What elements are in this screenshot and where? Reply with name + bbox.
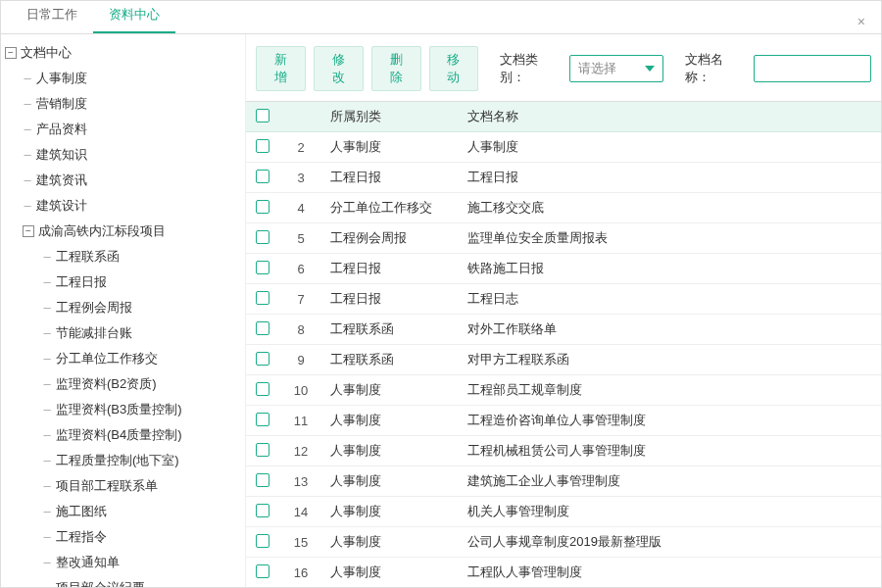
tab-data-center[interactable]: 资料中心 xyxy=(93,0,175,33)
select-all-checkbox[interactable] xyxy=(256,109,270,122)
header-name[interactable]: 文档名称 xyxy=(460,102,881,132)
table-row[interactable]: 13人事制度建筑施工企业人事管理制度 xyxy=(246,466,881,497)
tree-node-label: 监理资料(B2资质) xyxy=(56,371,157,397)
row-checkbox[interactable] xyxy=(256,139,270,153)
row-category: 工程日报 xyxy=(322,284,460,315)
close-tab-icon[interactable]: × xyxy=(852,10,871,33)
table-row[interactable]: 11人事制度工程造价咨询单位人事管理制度 xyxy=(246,406,881,436)
leaf-dash-icon: – xyxy=(23,142,32,168)
row-doc-name: 工程日志 xyxy=(460,284,881,315)
row-checkbox[interactable] xyxy=(256,261,270,274)
tree-node[interactable]: –工程例会周报 xyxy=(42,295,245,320)
row-doc-name: 施工移交交底 xyxy=(460,193,881,223)
header-category[interactable]: 所属别类 xyxy=(322,102,460,132)
tree-node[interactable]: –监理资料(B2资质) xyxy=(42,371,245,397)
add-button[interactable]: 新增 xyxy=(256,46,306,91)
row-index: 5 xyxy=(279,223,322,254)
table-row[interactable]: 12人事制度工程机械租赁公司人事管理制度 xyxy=(246,436,881,466)
edit-button[interactable]: 修改 xyxy=(314,46,364,91)
tree-node[interactable]: –工程日报 xyxy=(42,270,245,295)
row-doc-name: 建筑施工企业人事管理制度 xyxy=(460,466,881,497)
tree-node-label: 工程质量控制(地下室) xyxy=(56,448,179,473)
doc-name-label: 文档名称： xyxy=(685,51,746,86)
table-row[interactable]: 3工程日报工程日报 xyxy=(246,163,881,193)
tree-node[interactable]: –工程质量控制(地下室) xyxy=(42,448,245,473)
row-index: 9 xyxy=(279,345,322,375)
delete-button[interactable]: 删除 xyxy=(371,46,421,91)
row-index: 7 xyxy=(279,284,322,315)
row-doc-name: 对甲方工程联系函 xyxy=(460,345,881,375)
table-row[interactable]: 2人事制度人事制度 xyxy=(246,132,881,163)
header-checkbox-cell xyxy=(246,102,279,132)
tree-node[interactable]: –监理资料(B4质量控制) xyxy=(42,422,245,448)
row-checkbox[interactable] xyxy=(256,230,270,244)
row-checkbox[interactable] xyxy=(256,534,270,548)
sidebar-tree: − 文档中心 –人事制度–营销制度–产品资料–建筑知识–建筑资讯–建筑设计−成渝… xyxy=(1,34,246,587)
table-row[interactable]: 5工程例会周报监理单位安全质量周报表 xyxy=(246,223,881,254)
collapse-icon[interactable]: − xyxy=(5,47,17,59)
tree-node-label: 节能减排台账 xyxy=(56,320,132,346)
tree-node[interactable]: –产品资料 xyxy=(23,117,245,142)
row-doc-name: 对外工作联络单 xyxy=(460,315,881,345)
row-checkbox[interactable] xyxy=(256,564,270,578)
row-checkbox[interactable] xyxy=(256,443,270,457)
leaf-dash-icon: – xyxy=(23,66,32,91)
table-row[interactable]: 15人事制度公司人事规章制度2019最新整理版 xyxy=(246,527,881,558)
collapse-icon[interactable]: − xyxy=(23,225,34,237)
table-row[interactable]: 7工程日报工程日志 xyxy=(246,284,881,315)
tree-node[interactable]: –建筑知识 xyxy=(23,142,245,168)
leaf-dash-icon: – xyxy=(42,270,52,295)
leaf-dash-icon: – xyxy=(42,524,52,550)
tree-node[interactable]: −成渝高铁内江标段项目 xyxy=(23,219,245,244)
row-checkbox[interactable] xyxy=(256,170,270,183)
leaf-dash-icon: – xyxy=(23,168,32,193)
row-doc-name: 人事制度 xyxy=(460,132,881,163)
table-container: 所属别类 文档名称 2人事制度人事制度3工程日报工程日报4分工单位工作移交施工移… xyxy=(246,101,881,587)
row-doc-name: 监理单位安全质量周报表 xyxy=(460,223,881,254)
row-index: 14 xyxy=(279,497,322,527)
table-row[interactable]: 6工程日报铁路施工日报 xyxy=(246,254,881,284)
row-checkbox[interactable] xyxy=(256,413,270,426)
table-row[interactable]: 16人事制度工程队人事管理制度 xyxy=(246,558,881,588)
tree-node-label: 工程指令 xyxy=(56,524,107,550)
table-row[interactable]: 8工程联系函对外工作联络单 xyxy=(246,315,881,345)
row-checkbox[interactable] xyxy=(256,200,270,214)
tab-daily-work[interactable]: 日常工作 xyxy=(11,0,93,33)
tree-node[interactable]: –工程联系函 xyxy=(42,244,245,270)
category-select[interactable]: 请选择 xyxy=(569,55,663,82)
tree-node[interactable]: –项目部工程联系单 xyxy=(42,473,245,499)
tree-node[interactable]: –人事制度 xyxy=(23,66,245,91)
tree-node-label: 建筑设计 xyxy=(36,193,87,219)
tree-root-doc-center[interactable]: − 文档中心 xyxy=(5,40,245,66)
tree-node[interactable]: –工程指令 xyxy=(42,524,245,550)
table-row[interactable]: 9工程联系函对甲方工程联系函 xyxy=(246,345,881,375)
row-category: 人事制度 xyxy=(322,436,460,466)
tree-node[interactable]: –监理资料(B3质量控制) xyxy=(42,397,245,422)
table-row[interactable]: 14人事制度机关人事管理制度 xyxy=(246,497,881,527)
tree-node-label: 项目部会议纪要 xyxy=(56,575,145,587)
move-button[interactable]: 移动 xyxy=(429,46,479,91)
tree-node[interactable]: –节能减排台账 xyxy=(42,320,245,346)
leaf-dash-icon: – xyxy=(42,346,52,371)
row-category: 工程联系函 xyxy=(322,315,460,345)
doc-name-input[interactable] xyxy=(754,55,871,82)
tree-node[interactable]: –建筑设计 xyxy=(23,193,245,219)
tree-node[interactable]: –建筑资讯 xyxy=(23,168,245,193)
row-checkbox[interactable] xyxy=(256,473,270,487)
tree-node[interactable]: –施工图纸 xyxy=(42,499,245,524)
tree-node[interactable]: –营销制度 xyxy=(23,91,245,117)
top-tabs: 日常工作 资料中心 × xyxy=(1,1,881,34)
row-checkbox[interactable] xyxy=(256,382,270,396)
tree-node[interactable]: –项目部会议纪要 xyxy=(42,575,245,587)
row-checkbox[interactable] xyxy=(256,291,270,305)
tree-node[interactable]: –分工单位工作移交 xyxy=(42,346,245,371)
row-category: 人事制度 xyxy=(322,558,460,588)
row-checkbox[interactable] xyxy=(256,504,270,517)
tree-node-label: 人事制度 xyxy=(36,66,87,91)
table-row[interactable]: 4分工单位工作移交施工移交交底 xyxy=(246,193,881,223)
row-checkbox[interactable] xyxy=(256,321,270,335)
table-row[interactable]: 10人事制度工程部员工规章制度 xyxy=(246,375,881,406)
leaf-dash-icon: – xyxy=(42,397,52,422)
tree-node[interactable]: –整改通知单 xyxy=(42,550,245,575)
row-checkbox[interactable] xyxy=(256,352,270,366)
